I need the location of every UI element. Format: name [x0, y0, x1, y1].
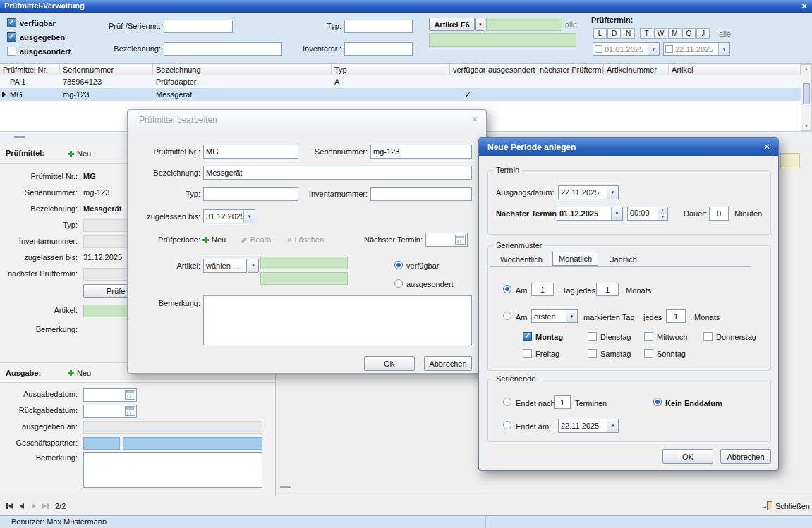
scroll-down-icon[interactable] [801, 123, 811, 129]
date-to-checkbox[interactable] [665, 45, 673, 53]
geschaeftspartner-field-1[interactable] [83, 437, 120, 450]
artikel-filter-field-1[interactable] [486, 18, 562, 31]
mittwoch-label[interactable]: Mittwoch [657, 333, 687, 341]
dialog-periode-close-icon[interactable] [761, 142, 772, 153]
weekday-samstag[interactable]: Samstag [588, 349, 631, 358]
table-row-selected[interactable]: MG mg-123 Messgerät ✓ [0, 88, 801, 101]
chevron-down-icon[interactable] [611, 207, 622, 220]
filter-seriennr-input[interactable] [164, 20, 233, 33]
edit-zugelassen-combo[interactable]: 31.12.2025 [203, 209, 255, 223]
naechster-termin-combo[interactable]: 01.12.2025 [557, 207, 623, 221]
calendar-icon[interactable] [125, 406, 135, 416]
donnerstag-checkbox[interactable] [703, 332, 713, 341]
endet-am-radio[interactable] [503, 421, 511, 429]
chevron-down-icon[interactable] [718, 43, 729, 55]
nav-next-icon[interactable] [28, 501, 39, 511]
uhrzeit-spinner[interactable]: 00:00 ▲▼ [627, 207, 668, 221]
freitag-label[interactable]: Freitag [535, 350, 559, 358]
filter-verfuegbar-row[interactable]: verfügbar [7, 18, 56, 27]
artikel-filter-field-2[interactable] [429, 33, 576, 47]
artikel-waehlen-dropdown-icon[interactable] [248, 259, 259, 273]
date-to-combo[interactable]: 22.11.2025 [663, 42, 730, 56]
table-row[interactable]: PA 1 785964123 Prüfadapter A [0, 75, 801, 88]
filter-typ-input[interactable] [344, 20, 413, 33]
edit-bezeichnung-input[interactable] [203, 166, 472, 180]
column-header-bezeichnung[interactable]: Bezeichnung [153, 64, 332, 75]
edit-abbrechen-button[interactable]: Abbrechen [424, 356, 472, 371]
table-cell[interactable]: A [332, 75, 450, 88]
weekday-donnerstag[interactable]: Donnerstag [703, 332, 756, 341]
spin-up-icon[interactable]: ▲ [658, 207, 667, 214]
endet-am-combo[interactable]: 22.11.2025 [558, 419, 619, 433]
nav-first-icon[interactable] [4, 501, 15, 511]
endet-am-label[interactable]: Endet am: [516, 422, 551, 431]
calendar-icon[interactable] [125, 390, 135, 400]
edit-nr-input[interactable] [203, 145, 298, 159]
calendar-icon[interactable] [455, 235, 466, 245]
filter-bezeichnung-input[interactable] [164, 42, 282, 56]
table-cell[interactable]: PA 1 [0, 75, 60, 88]
column-header-ausgesondert[interactable]: ausgesondert [485, 64, 538, 75]
edit-bemerkung-textarea[interactable] [203, 295, 472, 345]
ausgegeben-checkbox[interactable] [7, 32, 16, 42]
column-header-artikel[interactable]: Artikel [669, 64, 801, 75]
am-markierten-radio-label[interactable]: Am [516, 313, 528, 321]
am-tag-input[interactable] [531, 283, 554, 296]
samstag-label[interactable]: Samstag [600, 350, 631, 358]
table-cell[interactable] [669, 75, 801, 88]
ausgesondert-radio[interactable] [394, 279, 403, 288]
am-tag-radio-label[interactable]: Am [516, 286, 528, 295]
geschaeftspartner-field-2[interactable] [123, 437, 262, 450]
sonntag-label[interactable]: Sonntag [657, 350, 686, 358]
edit-ok-button[interactable]: OK [364, 356, 415, 371]
period-button-m[interactable]: M [668, 28, 681, 39]
edit-typ-input[interactable] [203, 187, 298, 201]
date-from-checkbox[interactable] [595, 45, 602, 53]
filter-ausgegeben-row[interactable]: ausgegeben [7, 32, 65, 42]
table-cell-check[interactable]: ✓ [450, 88, 485, 101]
table-cell[interactable] [538, 88, 604, 101]
period-button-n[interactable]: N [622, 28, 635, 39]
verfuegbar-checkbox-label[interactable]: verfügbar [20, 19, 56, 27]
ausgangsdatum-combo[interactable]: 22.11.2025 [558, 185, 619, 199]
dialog-edit-close-icon[interactable] [469, 114, 480, 125]
pruefmittel-neu-button[interactable]: Neu [68, 148, 91, 159]
freitag-checkbox[interactable] [523, 349, 532, 358]
ausgesondert-checkbox-label[interactable]: ausgesondert [20, 47, 71, 56]
chevron-down-icon[interactable] [566, 310, 577, 322]
schliessen-button[interactable]: → Schließen [762, 501, 810, 512]
period-button-t[interactable]: T [640, 28, 653, 39]
edit-inventarnummer-input[interactable] [370, 187, 472, 201]
periode-abbrechen-button[interactable]: Abbrechen [720, 449, 771, 464]
spin-down-icon[interactable]: ▼ [658, 214, 667, 220]
side-panel-tab[interactable] [780, 153, 800, 168]
dienstag-label[interactable]: Dienstag [600, 333, 631, 341]
table-cell[interactable] [669, 88, 801, 101]
artikel-dropdown-icon[interactable] [475, 18, 485, 31]
date-from-combo[interactable]: 01.01.2025 [593, 42, 660, 56]
weekday-sonntag[interactable]: Sonntag [644, 349, 686, 358]
table-cell[interactable] [604, 75, 669, 88]
montag-label[interactable]: Montag [535, 333, 563, 341]
table-cell[interactable] [485, 75, 538, 88]
tab-monatlich[interactable]: Monatlich [552, 252, 598, 266]
weekday-dienstag[interactable]: Dienstag [588, 332, 631, 341]
splitter-handle[interactable] [14, 136, 25, 138]
ausgesondert-radio-label[interactable]: ausgesondert [406, 280, 454, 288]
sonntag-checkbox[interactable] [644, 349, 653, 358]
window-close-icon[interactable] [799, 1, 810, 11]
column-header-artikelnummer[interactable]: Artikelnummer [604, 64, 669, 75]
filter-inventarnr-input[interactable] [344, 42, 413, 56]
table-cell[interactable]: MG [0, 88, 60, 101]
am-monat-input[interactable] [596, 283, 619, 296]
am-tag-radio[interactable] [503, 285, 511, 293]
chevron-down-icon[interactable] [243, 210, 255, 223]
edit-seriennummer-input[interactable] [370, 145, 472, 159]
am-markierten-radio[interactable] [503, 312, 511, 320]
table-cell[interactable]: 785964123 [60, 75, 153, 88]
table-cell[interactable]: Prüfadapter [153, 75, 332, 88]
artikel-waehlen-combo[interactable]: wählen ... [203, 259, 247, 273]
column-header-seriennummer[interactable]: Seriennummer [60, 64, 153, 75]
periode-bearb-button[interactable]: Bearb. [241, 234, 273, 245]
table-cell[interactable] [332, 88, 450, 101]
